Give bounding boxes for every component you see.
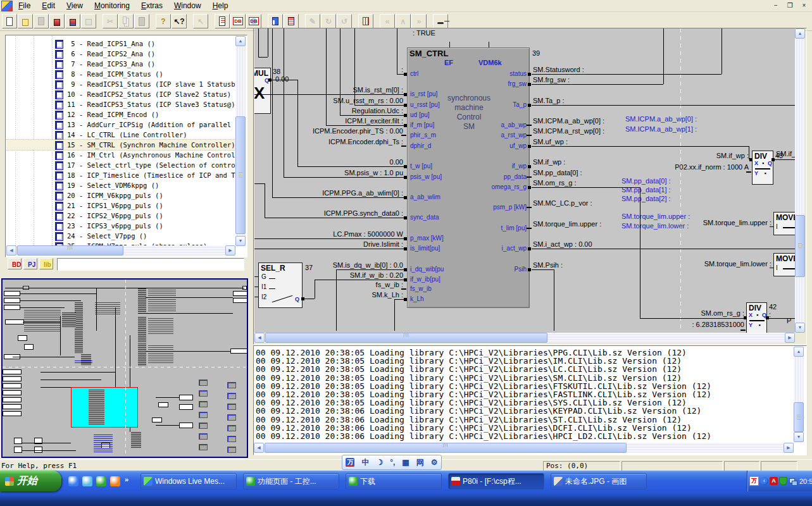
tree-scroll-up[interactable]: ▲: [235, 36, 246, 46]
tree-item[interactable]: 14 - LC_CTRL (Line Controller): [6, 130, 235, 140]
ime-icon-0[interactable]: 万: [346, 458, 354, 467]
restore-button[interactable]: ❐: [784, 1, 796, 11]
shield-tray-icon[interactable]: [779, 477, 787, 485]
tree-item[interactable]: 17 - Select_ctrl_type (Selection of cont…: [6, 160, 235, 170]
tree-scroll-down[interactable]: ▼: [235, 236, 246, 246]
task-2[interactable]: 功能页面 - 工控...: [243, 473, 339, 490]
tree-vscroll-thumb[interactable]: [235, 116, 246, 234]
ime-icon-4[interactable]: ▦: [402, 458, 409, 467]
task-1[interactable]: Windows Live Mes...: [141, 473, 237, 490]
quicklaunch-overflow-chevron[interactable]: »: [125, 476, 132, 486]
diagram-scroll-down[interactable]: ▼: [795, 323, 805, 333]
msn-quick-icon[interactable]: [68, 476, 78, 486]
overview-viewport[interactable]: [71, 387, 138, 428]
menu-edit[interactable]: Edit: [36, 0, 61, 11]
tree-item[interactable]: 25 - ICPM_V7ppg_puls (phase pulses): [6, 241, 235, 245]
tray-collapse-icon[interactable]: ‹: [760, 477, 768, 485]
ime-icon-6[interactable]: ⚙: [431, 458, 438, 467]
tree-item[interactable]: 19 - Select_VDM6kppg (): [6, 180, 235, 190]
tree-item[interactable]: 9 - ReadICPS1_Status (ICP slave 1 Status…: [6, 79, 235, 89]
tree-item[interactable]: 21 - ICPS1_V6ppg_puls (): [6, 201, 235, 211]
paipai-quick-icon[interactable]: [110, 476, 120, 486]
lib-button[interactable]: lib: [39, 258, 53, 269]
ime-tray-icon[interactable]: 万: [749, 476, 759, 486]
tree-scroll-left[interactable]: ◀: [6, 245, 16, 256]
ie-quick-icon[interactable]: [82, 476, 92, 486]
ime-icon-3[interactable]: °,: [390, 458, 395, 467]
menu-monitoring[interactable]: Monitoring: [89, 0, 135, 11]
div42-block[interactable]: DIV X▪Q Y▪: [746, 302, 767, 333]
diagram-canvas[interactable]: : TRUE SM_CTRL EF VDM6k synchronous mach…: [254, 28, 795, 333]
tree-item[interactable]: 8 - Read_ICPM_Status (): [6, 69, 235, 79]
menu-window[interactable]: Window: [168, 0, 207, 11]
log-scroll-down[interactable]: ▼: [794, 432, 804, 442]
grid-view-button[interactable]: [284, 14, 299, 28]
menu-file[interactable]: File: [13, 0, 36, 11]
div43-block[interactable]: DIV X▪Q Y▪: [752, 151, 773, 185]
function-tree-panel[interactable]: 5 - Read_ICPS1_Ana () 6 - Read_ICPS2_Ana…: [5, 35, 247, 257]
tree-item[interactable]: 24 - Select_V7ppg (): [6, 231, 235, 241]
new-file-button[interactable]: [2, 14, 17, 28]
ime-icon-2[interactable]: ☽: [376, 458, 383, 467]
diagram-scroll-left[interactable]: ◀: [254, 333, 265, 343]
context-help-button[interactable]: ↖?: [172, 14, 187, 28]
database-button[interactable]: DB: [230, 14, 246, 28]
tree-item[interactable]: 10 - ReadICPS2_Status (ICP Slave2 Status…: [6, 89, 235, 99]
diagram-scroll-right[interactable]: ▶: [785, 333, 795, 343]
database-online-button[interactable]: DB: [246, 14, 261, 28]
tree-item[interactable]: 15 - SM_CTRL (Synchron Machine Controlle…: [6, 140, 235, 150]
tree-item[interactable]: 7 - Read_ICPS3_Ana (): [6, 59, 235, 69]
signal-flow-button[interactable]: [358, 14, 373, 28]
tree-item[interactable]: 6 - Read_ICPS2_Ana (): [6, 49, 235, 59]
task-4[interactable]: P80i - [F:\csp程...: [448, 473, 544, 490]
key-button[interactable]: [433, 14, 448, 28]
tree-item[interactable]: 5 - Read_ICPS1_Ana (): [6, 39, 235, 49]
app-icon[interactable]: [1, 1, 13, 11]
log-hscroll-thumb[interactable]: [265, 443, 627, 453]
block-list-button[interactable]: [215, 14, 230, 28]
log-vscroll-thumb[interactable]: [794, 402, 804, 432]
diagram-vscroll-track[interactable]: [795, 28, 805, 333]
ime-icon-1[interactable]: 中: [361, 457, 369, 468]
ime-language-bar[interactable]: 万中☽°,▦网⚙: [342, 455, 442, 470]
minimize-button[interactable]: −: [770, 1, 782, 11]
quick-search-input[interactable]: [57, 258, 244, 271]
menu-help[interactable]: Help: [207, 0, 234, 11]
open-block-button[interactable]: [65, 14, 80, 28]
tree-hscroll-thumb[interactable]: [17, 245, 123, 256]
thunder-quick-icon[interactable]: [96, 476, 106, 486]
tree-item[interactable]: 22 - ICPS2_V6ppg_puls (): [6, 211, 235, 221]
tree-scroll-right[interactable]: ▶: [225, 245, 235, 256]
log-scroll-up[interactable]: ▲: [794, 347, 804, 357]
pdf-tray-icon[interactable]: A: [770, 477, 778, 485]
diagram-hscroll-thumb[interactable]: [265, 333, 547, 343]
start-button[interactable]: 开始: [0, 471, 61, 491]
tree-item[interactable]: 11 - ReadICPS3_Status (ICP Slave3 Status…: [6, 99, 235, 109]
open-file-button[interactable]: [18, 14, 33, 28]
diagram-vscroll-thumb[interactable]: [795, 215, 805, 277]
ime-icon-5[interactable]: 网: [416, 457, 424, 468]
tile-windows-button[interactable]: [268, 14, 283, 28]
task-3[interactable]: 下载: [346, 473, 442, 490]
move2-block[interactable]: MOVE I: [773, 253, 795, 276]
task-5[interactable]: 未命名.JPG - 画图: [551, 473, 647, 490]
tree-item[interactable]: 18 - ICP_Timeslice (Timeslice of ICP and…: [6, 170, 235, 180]
tree-item[interactable]: 16 - IM_Ctrl (Asynchronous Machine Contr…: [6, 150, 235, 160]
network-tray-icon[interactable]: [789, 477, 797, 485]
menu-extras[interactable]: Extras: [135, 0, 168, 11]
log-scroll-right[interactable]: ▶: [784, 443, 794, 453]
save-block-button[interactable]: [49, 14, 65, 28]
tree-item[interactable]: 23 - ICPS3_v6ppg_puls (): [6, 221, 235, 231]
tree-item[interactable]: 13 - AddCurr_ICPSig (Addition of paralle…: [6, 120, 235, 130]
move1-block[interactable]: MOVE I: [773, 212, 795, 235]
diagram-overview-panel[interactable]: [1, 278, 248, 458]
help-button[interactable]: ?: [156, 14, 171, 28]
log-scroll-left[interactable]: ◀: [254, 443, 264, 453]
diagram-scroll-up[interactable]: ▲: [795, 28, 805, 39]
menu-view[interactable]: View: [61, 0, 89, 11]
tree-item[interactable]: 12 - Read_ICPM_Encod (): [6, 109, 235, 120]
tree-item[interactable]: 20 - ICPM_V6kppg_puls (): [6, 190, 235, 201]
pj-button[interactable]: PJ: [23, 258, 37, 269]
bd-button[interactable]: BD: [8, 258, 22, 269]
close-button[interactable]: ×: [798, 1, 810, 11]
